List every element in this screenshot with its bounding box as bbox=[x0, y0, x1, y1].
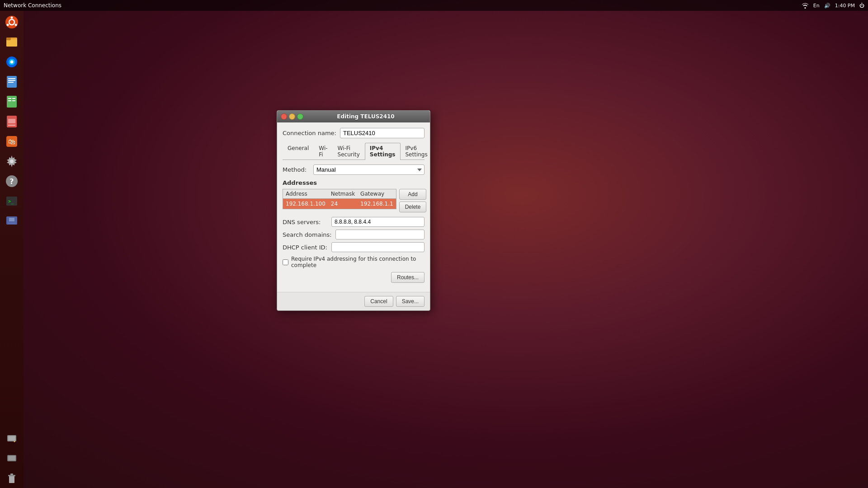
window-title: Network Connections bbox=[4, 2, 61, 9]
cell-netmask: 24 bbox=[328, 199, 358, 209]
editing-dialog: ✕ − + Editing TELUS2410 Connection name:… bbox=[277, 110, 430, 311]
svg-text:>_: >_ bbox=[8, 199, 14, 204]
svg-rect-39 bbox=[9, 476, 14, 483]
tab-general[interactable]: General bbox=[283, 143, 314, 160]
svg-text:🛍: 🛍 bbox=[8, 137, 15, 146]
svg-rect-33 bbox=[8, 223, 15, 224]
wifi-icon bbox=[802, 2, 809, 9]
delete-button[interactable]: Delete bbox=[399, 202, 427, 212]
svg-rect-17 bbox=[12, 98, 15, 99]
svg-rect-40 bbox=[8, 475, 15, 476]
table-row[interactable]: 192.168.1.100 24 192.168.1.1 bbox=[283, 199, 396, 209]
svg-point-4 bbox=[7, 24, 9, 26]
connection-name-input[interactable] bbox=[340, 128, 425, 138]
svg-point-2 bbox=[11, 17, 13, 19]
svg-point-10 bbox=[10, 61, 14, 64]
col-header-gateway: Gateway bbox=[358, 189, 396, 199]
search-domains-label: Search domains: bbox=[283, 231, 332, 238]
dialog-title: Editing TELUS2410 bbox=[305, 113, 426, 120]
sidebar-icon-writer[interactable] bbox=[2, 72, 21, 91]
require-ipv4-row: Require IPv4 addressing for this connect… bbox=[283, 256, 425, 268]
addresses-area: Address Netmask Gateway 192.168.1.100 24… bbox=[283, 189, 425, 212]
sidebar-icon-files[interactable] bbox=[2, 33, 21, 52]
addresses-table-wrap: Address Netmask Gateway 192.168.1.100 24… bbox=[283, 189, 396, 212]
addr-buttons: Add Delete bbox=[399, 189, 427, 212]
connection-name-row: Connection name: bbox=[283, 128, 425, 138]
sidebar-icon-ubuntu[interactable] bbox=[2, 13, 21, 32]
maximize-button[interactable]: + bbox=[297, 113, 303, 120]
addresses-table: Address Netmask Gateway 192.168.1.100 24… bbox=[283, 189, 396, 209]
method-row: Method: Manual bbox=[283, 164, 425, 175]
svg-point-26 bbox=[10, 160, 14, 163]
dialog-footer: Cancel Save... bbox=[277, 292, 430, 310]
tab-ipv6[interactable]: IPv6 Settings bbox=[401, 143, 433, 160]
power-icon[interactable]: ⏻ bbox=[859, 3, 864, 9]
svg-rect-21 bbox=[8, 119, 15, 123]
volume-icon: 🔊 bbox=[824, 3, 830, 9]
svg-rect-41 bbox=[10, 474, 13, 475]
svg-rect-7 bbox=[6, 38, 11, 40]
method-select[interactable]: Manual bbox=[313, 164, 425, 175]
dialog-container: ✕ − + Editing TELUS2410 Connection name:… bbox=[277, 110, 430, 311]
addresses-section-label: Addresses bbox=[283, 179, 425, 186]
search-domains-row: Search domains: bbox=[283, 230, 425, 239]
tab-ipv4[interactable]: IPv4 Settings bbox=[365, 143, 401, 160]
svg-rect-18 bbox=[8, 100, 11, 101]
svg-point-3 bbox=[15, 24, 17, 26]
method-label: Method: bbox=[283, 166, 310, 173]
tab-wifi-security[interactable]: Wi-Fi Security bbox=[333, 143, 365, 160]
require-ipv4-label: Require IPv4 addressing for this connect… bbox=[291, 256, 425, 268]
add-button[interactable]: Add bbox=[399, 189, 427, 200]
sidebar-icon-trash[interactable] bbox=[2, 469, 21, 488]
routes-button[interactable]: Routes... bbox=[391, 272, 425, 283]
dns-input[interactable] bbox=[331, 217, 425, 227]
sidebar-icon-drive2[interactable] bbox=[2, 449, 21, 468]
dns-servers-row: DNS servers: bbox=[283, 217, 425, 227]
svg-rect-35 bbox=[8, 436, 15, 441]
dhcp-row: DHCP client ID: bbox=[283, 242, 425, 252]
svg-rect-16 bbox=[8, 98, 11, 99]
svg-text:?: ? bbox=[9, 177, 14, 186]
search-domains-input[interactable] bbox=[335, 230, 425, 239]
cancel-button[interactable]: Cancel bbox=[364, 296, 393, 307]
svg-rect-6 bbox=[6, 39, 17, 47]
svg-rect-32 bbox=[9, 218, 14, 221]
minimize-button[interactable]: − bbox=[289, 113, 295, 120]
save-button[interactable]: Save... bbox=[396, 296, 425, 307]
tabs: General Wi-Fi Wi-Fi Security IPv4 Settin… bbox=[283, 143, 425, 160]
routes-row: Routes... bbox=[283, 272, 425, 283]
dhcp-input[interactable] bbox=[331, 242, 425, 252]
cell-address: 192.168.1.100 bbox=[283, 199, 328, 209]
sidebar-icon-calc[interactable] bbox=[2, 92, 21, 111]
close-button[interactable]: ✕ bbox=[281, 113, 287, 120]
cell-gateway: 192.168.1.1 bbox=[358, 199, 396, 209]
svg-rect-38 bbox=[8, 456, 15, 460]
lang-indicator[interactable]: En bbox=[813, 3, 820, 9]
tab-wifi[interactable]: Wi-Fi bbox=[314, 143, 332, 160]
top-bar: Network Connections En 🔊 1:40 PM ⏻ bbox=[0, 0, 868, 11]
svg-rect-22 bbox=[8, 125, 15, 126]
sidebar-icon-help[interactable]: ? bbox=[2, 172, 21, 191]
sidebar-icon-firefox[interactable] bbox=[2, 52, 21, 71]
dhcp-label: DHCP client ID: bbox=[283, 244, 328, 251]
svg-rect-12 bbox=[8, 78, 15, 79]
sidebar-icon-settings[interactable] bbox=[2, 152, 21, 171]
clock: 1:40 PM bbox=[835, 3, 855, 9]
sidebar-icon-terminal[interactable]: >_ bbox=[2, 192, 21, 211]
dns-label: DNS servers: bbox=[283, 219, 328, 225]
svg-rect-13 bbox=[8, 80, 15, 81]
connection-name-label: Connection name: bbox=[283, 130, 336, 136]
sidebar-icon-remote[interactable] bbox=[2, 211, 21, 230]
sidebar-icon-appstore[interactable]: 🛍 bbox=[2, 132, 21, 151]
dialog-body: Connection name: General Wi-Fi Wi-Fi Sec… bbox=[277, 122, 430, 292]
sidebar-icon-drive1[interactable] bbox=[2, 429, 21, 448]
svg-rect-15 bbox=[7, 96, 17, 108]
svg-rect-14 bbox=[8, 82, 14, 83]
col-header-netmask: Netmask bbox=[328, 189, 358, 199]
desktop: ✕ − + Editing TELUS2410 Connection name:… bbox=[24, 11, 868, 488]
col-header-address: Address bbox=[283, 189, 328, 199]
svg-point-36 bbox=[14, 441, 15, 442]
svg-rect-19 bbox=[12, 100, 15, 101]
sidebar-icon-impress[interactable] bbox=[2, 112, 21, 131]
require-ipv4-checkbox[interactable] bbox=[283, 259, 288, 265]
